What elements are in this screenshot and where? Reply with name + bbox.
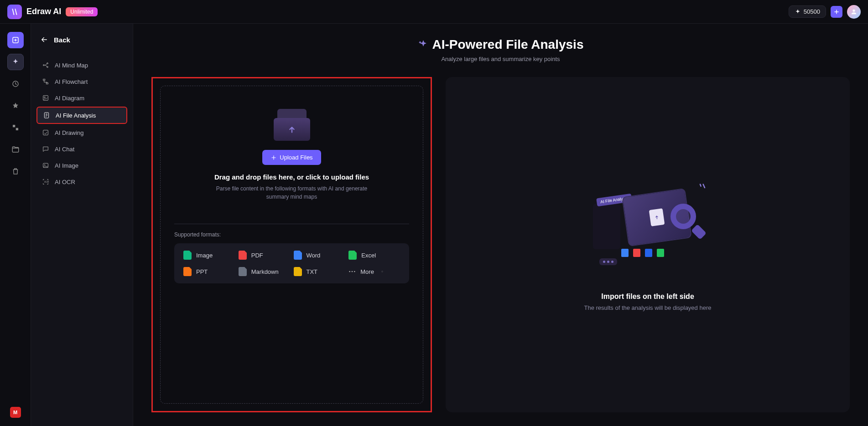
format-markdown: Markdown — [239, 267, 290, 276]
page-subtitle: Analyze large files and summarize key po… — [151, 56, 850, 62]
svg-point-5 — [43, 65, 45, 66]
sidebar: Back AI Mind Map AI Flowchart AI Diagram… — [31, 24, 133, 426]
create-icon — [11, 36, 20, 44]
sidebar-item-label: AI Image — [55, 162, 78, 169]
format-more[interactable]: More — [348, 267, 400, 276]
credits-value: 50500 — [804, 8, 820, 15]
upload-files-button[interactable]: Upload Files — [262, 150, 321, 165]
file-analysis-icon — [43, 112, 50, 119]
chat-icon — [42, 145, 49, 153]
svg-point-7 — [47, 67, 48, 68]
ocr-icon: OCR — [42, 178, 49, 185]
user-icon — [850, 8, 858, 15]
arrow-left-icon — [40, 36, 48, 44]
plus-icon — [833, 9, 840, 15]
format-ppt: PPT — [183, 267, 235, 276]
topbar-right: 50500 — [789, 5, 861, 19]
content-area: AI-Powered File Analysis Analyze large f… — [133, 24, 868, 426]
rail-recent[interactable] — [7, 76, 24, 92]
upload-panel: Upload Files Drag and drop files here, o… — [151, 77, 432, 412]
shapes-icon — [11, 123, 20, 132]
divider — [174, 224, 409, 224]
results-title: Import files on the left side — [601, 293, 694, 301]
drop-title: Drag and drop files here, or click to up… — [214, 173, 369, 181]
folder-icon — [11, 145, 20, 154]
results-illustration: AI File Analysis — [588, 179, 707, 279]
svg-text:OCR: OCR — [44, 181, 49, 183]
add-button[interactable] — [831, 6, 842, 18]
sidebar-item-image[interactable]: AI Image — [36, 158, 127, 173]
image-icon — [42, 162, 49, 169]
word-file-icon — [294, 251, 302, 260]
sidebar-item-label: AI Flowchart — [55, 78, 88, 85]
sidebar-item-label: AI Diagram — [55, 95, 84, 102]
txt-file-icon — [294, 267, 302, 276]
ppt-file-icon — [183, 267, 192, 276]
more-icon — [348, 271, 356, 272]
pdf-file-icon — [239, 251, 247, 260]
format-txt: TXT — [294, 267, 345, 276]
plan-badge: Unlimited — [66, 7, 98, 16]
rail-archive[interactable] — [7, 141, 24, 158]
sidebar-item-flowchart[interactable]: AI Flowchart — [36, 74, 127, 89]
svg-rect-9 — [46, 83, 48, 84]
topbar-left: Edraw AI Unlimited — [7, 5, 98, 19]
sidebar-item-label: AI Drawing — [55, 129, 84, 136]
excel-file-icon — [348, 251, 357, 260]
app-logo[interactable] — [7, 5, 22, 19]
brand-name: Edraw AI — [26, 7, 61, 16]
drawing-icon — [42, 129, 49, 136]
svg-rect-3 — [13, 125, 15, 127]
sparkle-icon — [418, 39, 429, 50]
avatar[interactable] — [847, 5, 861, 19]
svg-rect-4 — [16, 128, 18, 130]
sidebar-item-ocr[interactable]: OCR AI OCR — [36, 174, 127, 190]
markdown-file-icon — [239, 267, 247, 276]
diagram-icon — [42, 94, 49, 102]
drop-description: Parse file content in the following form… — [205, 185, 379, 201]
credits-pill[interactable]: 50500 — [789, 5, 826, 18]
flowchart-icon — [42, 78, 49, 85]
sidebar-item-chat[interactable]: AI Chat — [36, 141, 127, 157]
svg-rect-13 — [43, 130, 48, 135]
format-image: Image — [183, 251, 235, 260]
rail-bottom-badge[interactable]: M — [10, 407, 21, 418]
rail-favorites[interactable] — [7, 98, 24, 114]
svg-point-19 — [354, 271, 355, 272]
svg-point-6 — [47, 63, 48, 64]
star-icon — [11, 102, 20, 110]
info-icon — [379, 271, 386, 272]
sparkle-icon — [698, 183, 707, 192]
rail-shapes[interactable] — [7, 119, 24, 136]
sparkle-icon — [11, 58, 20, 66]
svg-point-17 — [349, 271, 351, 272]
sidebar-item-mindmap[interactable]: AI Mind Map — [36, 57, 127, 73]
rail-trash[interactable] — [7, 163, 24, 180]
svg-point-11 — [44, 97, 46, 98]
back-button[interactable]: Back — [36, 33, 127, 46]
svg-point-0 — [852, 9, 855, 11]
mindmap-icon — [42, 62, 49, 69]
format-pdf: PDF — [239, 251, 290, 260]
formats-label: Supported formats: — [174, 231, 221, 238]
formats-grid: Image PDF Word Excel PPT Markdown TXT Mo… — [174, 243, 409, 283]
nav-rail: M — [0, 24, 31, 426]
format-word: Word — [294, 251, 345, 260]
page-header: AI-Powered File Analysis Analyze large f… — [151, 37, 850, 62]
sidebar-item-label: AI OCR — [55, 179, 75, 185]
dropzone[interactable]: Upload Files Drag and drop files here, o… — [160, 86, 423, 404]
sidebar-item-drawing[interactable]: AI Drawing — [36, 125, 127, 140]
sidebar-item-label: AI Mind Map — [55, 62, 88, 69]
rail-ai[interactable] — [7, 54, 24, 70]
page-title: AI-Powered File Analysis — [418, 37, 584, 52]
folder-illustration — [274, 109, 310, 141]
sidebar-item-label: AI Chat — [55, 146, 74, 153]
sidebar-item-diagram[interactable]: AI Diagram — [36, 90, 127, 106]
sidebar-item-file-analysis[interactable]: AI File Analysis — [36, 107, 127, 124]
trash-icon — [11, 167, 20, 175]
rail-create[interactable] — [7, 32, 24, 48]
results-description: The results of the analysis will be disp… — [584, 304, 712, 311]
svg-point-15 — [44, 164, 45, 165]
back-label: Back — [54, 36, 70, 44]
sidebar-item-label: AI File Analysis — [56, 112, 96, 119]
